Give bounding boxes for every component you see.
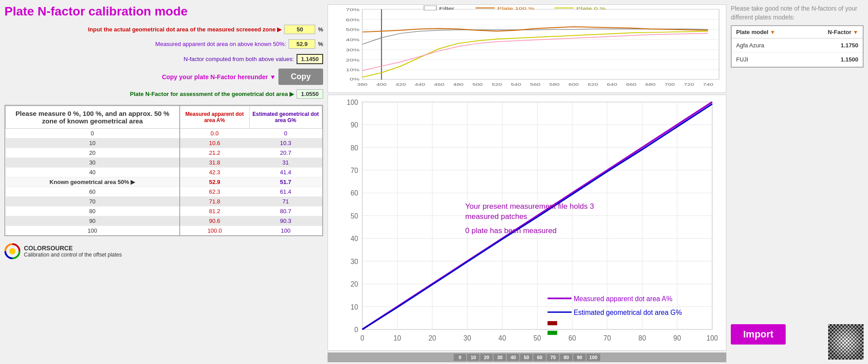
table-row: Known geometrical area 50% ▶ 52.9 51.7 [6, 177, 322, 187]
svg-point-1 [9, 248, 15, 254]
svg-text:40%: 40% [346, 37, 360, 42]
logo-subtitle: Calibration and control of the offset pl… [24, 252, 122, 258]
zone-box-0[interactable]: 0 [454, 354, 466, 361]
nfactor-sort-icon[interactable]: ▼ [853, 29, 858, 35]
table-cell-estimated: 51.7 [249, 177, 322, 187]
svg-text:Estimated geometrical dot area: Estimated geometrical dot area G% [574, 309, 682, 316]
spectral-chart: 70% 60% 50% 40% 30% 20% 10% 0% 380 400 4… [328, 4, 726, 93]
table-cell-estimated: 90.3 [249, 216, 322, 226]
col-nfactor-header: N-Factor ▼ [804, 26, 863, 38]
svg-text:0 plate has been measured: 0 plate has been measured [465, 226, 556, 235]
table-cell-measured: 71.8 [180, 197, 249, 207]
table-row: 90 90.6 90.3 [6, 216, 322, 226]
svg-text:680: 680 [645, 82, 656, 87]
dot-gain-chart: 100 90 80 70 60 50 40 30 20 10 0 0 10 20… [328, 95, 726, 351]
actual-geo-label: Input the actual geometrical dot area of… [4, 26, 282, 33]
zone-box-10[interactable]: 10 [467, 354, 479, 361]
nfactor-value: 1.1450 [297, 54, 323, 64]
svg-text:30%: 30% [346, 47, 360, 52]
svg-text:500: 500 [472, 82, 483, 87]
svg-text:50%: 50% [346, 27, 360, 32]
svg-text:Measured apparent dot area A%: Measured apparent dot area A% [574, 295, 672, 303]
svg-rect-97 [548, 321, 557, 325]
svg-text:100: 100 [347, 99, 358, 106]
svg-text:70: 70 [351, 167, 359, 174]
zone-selector[interactable]: 0 10 20 30 40 50 60 70 80 90 100 [328, 353, 726, 362]
svg-text:30: 30 [463, 334, 471, 342]
zone-box-40[interactable]: 40 [507, 354, 519, 361]
actual-geo-input[interactable] [284, 25, 315, 34]
table-cell-estimated: 80.7 [249, 207, 322, 216]
table-cell-measured: 90.6 [180, 216, 249, 226]
svg-text:10: 10 [351, 303, 359, 311]
svg-text:100: 100 [706, 334, 718, 342]
measurement-table: Please measure 0 %, 100 %, and an approx… [4, 105, 323, 236]
svg-text:80: 80 [638, 334, 646, 342]
model-sort-icon[interactable]: ▼ [770, 29, 775, 35]
zone-box-90[interactable]: 90 [573, 354, 586, 361]
zone-box-100[interactable]: 100 [586, 354, 600, 361]
svg-text:0%: 0% [350, 77, 360, 81]
svg-rect-105 [828, 324, 864, 360]
plate-table-row: FUJI 1.1500 [732, 53, 863, 67]
plate-nfactor-value: 1.0550 [297, 89, 323, 99]
svg-text:measured patches: measured patches [465, 212, 527, 221]
table-cell-estimated: 41.4 [249, 168, 322, 177]
svg-text:620: 620 [588, 82, 598, 87]
note-text: Please take good note of the N-factors o… [731, 4, 864, 22]
svg-text:520: 520 [492, 82, 502, 87]
svg-text:60: 60 [568, 334, 576, 342]
copy-button[interactable]: Copy [278, 69, 323, 85]
plate-table-row: Agfa Azura 1.1750 [732, 38, 863, 53]
table-cell-estimated: 61.4 [249, 187, 322, 197]
table-row: 40 42.3 41.4 [6, 168, 322, 177]
svg-text:Filter: Filter [439, 6, 455, 11]
svg-text:50: 50 [533, 334, 541, 342]
zone-box-20[interactable]: 20 [480, 354, 493, 361]
table-cell-estimated: 20.7 [249, 148, 322, 158]
zone-box-30[interactable]: 30 [494, 354, 506, 361]
svg-text:70%: 70% [346, 7, 360, 12]
table-cell-label: 40 [6, 168, 180, 177]
plate-model: Agfa Azura [732, 38, 804, 53]
svg-text:10: 10 [393, 334, 401, 342]
table-header-estimated: Estimated geometrical dot area G% [249, 106, 322, 129]
svg-text:0: 0 [355, 326, 359, 333]
table-cell-estimated: 71 [249, 197, 322, 207]
svg-text:Plate 100 %: Plate 100 % [498, 6, 535, 11]
svg-text:660: 660 [626, 82, 637, 87]
svg-text:440: 440 [415, 82, 425, 87]
svg-text:40: 40 [351, 235, 359, 242]
svg-text:720: 720 [684, 82, 694, 87]
svg-rect-2 [363, 9, 719, 79]
table-row: 60 62.3 61.4 [6, 187, 322, 197]
table-cell-label: 60 [6, 187, 180, 197]
table-cell-estimated: 0 [249, 129, 322, 138]
zone-box-80[interactable]: 80 [560, 354, 572, 361]
table-cell-measured: 10.6 [180, 138, 249, 148]
zone-box-60[interactable]: 60 [533, 354, 546, 361]
zone-box-50[interactable]: 50 [520, 354, 532, 361]
table-cell-label: 20 [6, 148, 180, 158]
svg-text:90: 90 [351, 121, 359, 129]
table-cell-label: 80 [6, 207, 180, 216]
import-button[interactable]: Import [731, 324, 786, 345]
table-header-left: Please measure 0 %, 100 %, and an approx… [6, 106, 180, 129]
svg-text:50: 50 [351, 212, 359, 220]
table-cell-measured: 62.3 [180, 187, 249, 197]
table-cell-measured: 52.9 [180, 177, 249, 187]
measured-apparent-label: Measured apparent dot area on above know… [4, 41, 286, 47]
table-row: 10 10.6 10.3 [6, 138, 322, 148]
table-cell-measured: 81.2 [180, 207, 249, 216]
table-cell-label: 30 [6, 158, 180, 168]
zone-box-70[interactable]: 70 [547, 354, 559, 361]
nfactor-label: N-factor computed from both above values… [4, 56, 294, 62]
svg-text:90: 90 [673, 334, 681, 342]
col-model-header: Plate model ▼ [732, 26, 804, 38]
svg-text:40: 40 [498, 334, 506, 342]
table-cell-measured: 0.0 [180, 129, 249, 138]
table-cell-label: 0 [6, 129, 180, 138]
plate-nfactor: 1.1750 [804, 38, 863, 53]
plate-nfactor: 1.1500 [804, 53, 863, 67]
svg-text:480: 480 [453, 82, 464, 87]
